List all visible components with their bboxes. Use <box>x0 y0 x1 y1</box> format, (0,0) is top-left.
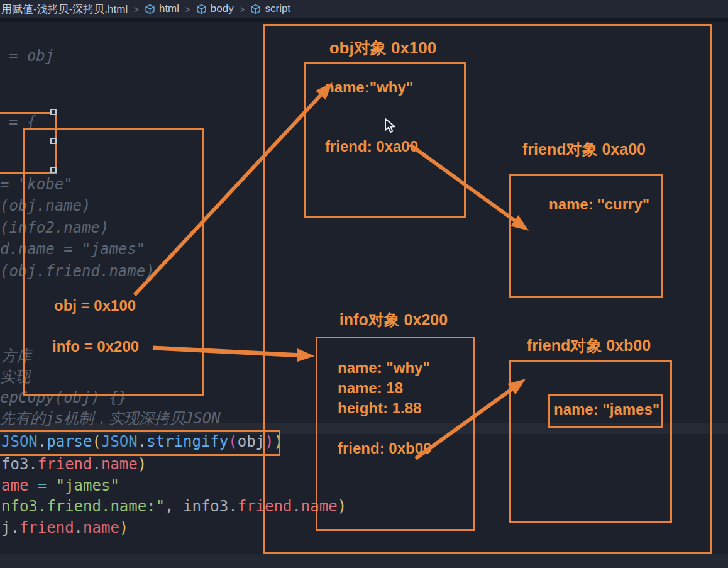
info-friend-line: friend: 0xb00 <box>338 440 431 457</box>
mouse-cursor <box>384 118 398 137</box>
breadcrumb: 用赋值-浅拷贝-深拷贝.html > html > body > script <box>0 0 728 18</box>
breadcrumb-separator: > <box>240 4 245 14</box>
symbol-cube-icon <box>196 4 207 14</box>
friend-b-name-line: name: "james" <box>554 401 659 418</box>
info-name-line: name: "why" <box>338 359 430 377</box>
breadcrumb-separator: > <box>185 4 190 14</box>
symbol-cube-icon <box>145 4 155 14</box>
breadcrumb-item-body[interactable]: body <box>196 3 234 15</box>
info-age-line: name: 18 <box>338 379 403 397</box>
info-box-title: info对象 0x200 <box>316 309 472 330</box>
obj-friend-line: friend: 0xa00 <box>325 138 418 155</box>
breadcrumb-item-script[interactable]: script <box>250 3 290 15</box>
bottom-band <box>0 554 728 568</box>
friend-a-name-line: name: "curry" <box>549 196 649 213</box>
obj-box-title: obj对象 0x100 <box>304 37 462 59</box>
obj-name-line: name:"why" <box>325 79 413 96</box>
code-line-assign-james: ame = "james" <box>1 476 119 495</box>
friend-a-box-title: friend对象 0xa00 <box>509 139 659 160</box>
friend-b-box <box>509 360 672 523</box>
stack-info-pointer: info = 0x200 <box>52 338 139 355</box>
stack-obj-pointer: obj = 0x100 <box>54 297 136 315</box>
breadcrumb-shadow <box>0 18 728 22</box>
friend-b-box-title: friend对象 0xb00 <box>509 335 668 356</box>
breadcrumb-label: body <box>211 3 234 15</box>
code-line-log-obj-friend: j.friend.name) <box>1 518 128 537</box>
breadcrumb-label: script <box>265 3 290 15</box>
selection-handle[interactable] <box>50 109 57 115</box>
code-line-dim: = obj <box>9 47 54 65</box>
friend-a-box <box>509 174 663 298</box>
breadcrumb-separator: > <box>133 4 139 14</box>
code-line-dim: 先有的js机制，实现深拷贝JSON <box>0 409 221 428</box>
friend-b-inner-box: name: "james" <box>548 394 663 428</box>
breadcrumb-item-html[interactable]: html <box>145 3 179 15</box>
annotation-highlight-json-line <box>0 430 280 456</box>
code-line-log-info3: fo3.friend.name) <box>1 455 146 474</box>
breadcrumb-label: html <box>159 3 179 15</box>
info-height-line: height: 1.88 <box>338 399 421 417</box>
symbol-cube-icon <box>250 4 261 14</box>
annotation-stack-box <box>23 128 204 396</box>
breadcrumb-file-label: 用赋值-浅拷贝-深拷贝.html <box>1 2 128 16</box>
breadcrumb-item-file[interactable]: 用赋值-浅拷贝-深拷贝.html <box>1 2 128 16</box>
